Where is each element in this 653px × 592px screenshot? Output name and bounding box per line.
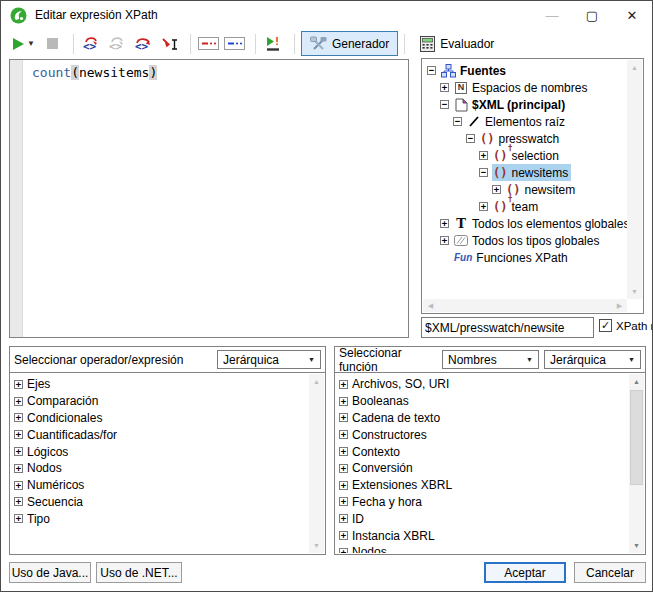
list-item-comparaci-n[interactable]: +Comparación — [11, 393, 309, 410]
tree-horizontal-scrollbar[interactable]: ◀ ▶ — [423, 299, 627, 312]
list-item-cuantificadas-for[interactable]: +Cuantificadas/for — [11, 426, 309, 443]
expand-icon[interactable]: + — [339, 497, 348, 506]
expand-icon[interactable]: + — [339, 481, 348, 490]
tree-item-todos-los-tipos-globales[interactable]: +Todos los tipos globales — [423, 232, 627, 249]
function-list-scrollbar[interactable]: ▲ ▼ — [629, 374, 644, 553]
expand-icon[interactable]: + — [339, 447, 348, 456]
expand-icon[interactable]: + — [14, 380, 23, 389]
scroll-right-icon[interactable]: ▶ — [612, 299, 627, 312]
scroll-up-icon[interactable]: ▲ — [629, 374, 644, 389]
tree-item-espacios-de-nombres[interactable]: +NEspacios de nombres — [423, 79, 627, 96]
tree-item-presswatch[interactable]: −()presswatch — [423, 130, 627, 147]
xpath-context-input[interactable] — [421, 317, 594, 338]
expand-icon[interactable]: + — [14, 514, 23, 523]
stop-button[interactable] — [41, 32, 65, 56]
expand-icon[interactable]: + — [479, 151, 488, 160]
tree-item-todos-los-elementos-globales[interactable]: +TTodos los elementos globales — [423, 215, 627, 232]
collapse-icon[interactable]: − — [453, 117, 462, 126]
expand-icon[interactable]: + — [492, 185, 501, 194]
list-item-constructores[interactable]: +Constructores — [336, 426, 629, 443]
list-item-extensiones-xbrl[interactable]: +Extensiones XBRL — [336, 477, 629, 494]
expand-icon[interactable]: + — [339, 548, 348, 553]
tree-item-elementos-ra-z[interactable]: −Elementos raíz — [423, 113, 627, 130]
list-item-archivos-so-uri[interactable]: +Archivos, SO, URI — [336, 376, 629, 393]
collapse-icon[interactable]: − — [427, 66, 436, 75]
expand-icon[interactable]: + — [14, 447, 23, 456]
scroll-down-icon[interactable]: ▼ — [627, 284, 642, 299]
list-item-num-ricos[interactable]: +Numéricos — [11, 477, 309, 494]
collapse-icon[interactable]: − — [479, 168, 488, 177]
step-out-button[interactable]: <> — [132, 32, 156, 56]
scroll-down-icon[interactable]: ▼ — [309, 538, 324, 553]
expand-icon[interactable]: + — [14, 430, 23, 439]
close-button[interactable]: ✕ — [612, 1, 652, 29]
expand-icon[interactable]: + — [339, 531, 348, 540]
scroll-up-icon[interactable]: ▲ — [627, 60, 642, 75]
cancel-button[interactable]: Cancelar — [574, 562, 646, 583]
list-item-id[interactable]: +ID — [336, 510, 629, 527]
list-item-cadena-de-texto[interactable]: +Cadena de texto — [336, 410, 629, 427]
list-item-contexto[interactable]: +Contexto — [336, 443, 629, 460]
xpath-expression-editor[interactable]: count(newsitems) — [9, 59, 409, 338]
scroll-left-icon[interactable]: ◀ — [423, 299, 438, 312]
scroll-up-icon[interactable]: ▲ — [309, 374, 324, 389]
operator-list-scrollbar[interactable]: ▲ ▼ — [309, 374, 324, 553]
expand-icon[interactable]: + — [14, 497, 23, 506]
tree-item-newsitems[interactable]: −()newsitems — [423, 164, 627, 181]
list-item-nodos[interactable]: +Nodos — [11, 460, 309, 477]
title-bar[interactable]: Editar expresión XPath — ▢ ✕ — [1, 1, 652, 29]
expand-icon[interactable]: + — [440, 83, 449, 92]
expand-icon[interactable]: + — [339, 514, 348, 523]
operator-hierarchy-dropdown[interactable]: Jerárquica ▼ — [217, 350, 321, 369]
expand-icon[interactable]: + — [339, 397, 348, 406]
evaluador-toggle[interactable]: Evaluador — [411, 31, 503, 56]
scrollbar-thumb[interactable] — [630, 390, 643, 485]
dotnet-usage-button[interactable]: Uso de .NET... — [96, 562, 182, 583]
function-hierarchy-dropdown[interactable]: Jerárquica ▼ — [544, 350, 641, 369]
expand-icon[interactable]: + — [479, 202, 488, 211]
list-item-tipo[interactable]: +Tipo — [11, 510, 309, 527]
tree-item-team[interactable]: +()†team — [423, 198, 627, 215]
tree-item-funciones-xpath[interactable]: FunFunciones XPath — [423, 249, 627, 266]
function-names-dropdown[interactable]: Nombres ▼ — [442, 350, 539, 369]
expand-icon[interactable]: + — [440, 236, 449, 245]
expand-icon[interactable]: + — [14, 397, 23, 406]
list-item-fecha-y-hora[interactable]: +Fecha y hora — [336, 494, 629, 511]
list-item-instancia-xbrl[interactable]: +Instancia XBRL — [336, 527, 629, 544]
start-debugging-button[interactable]: !! — [262, 32, 286, 56]
list-item-ejes[interactable]: +Ejes — [11, 376, 309, 393]
expand-icon[interactable]: + — [14, 481, 23, 490]
expand-icon[interactable]: + — [339, 413, 348, 422]
expand-icon[interactable]: + — [339, 430, 348, 439]
list-item-booleanas[interactable]: +Booleanas — [336, 393, 629, 410]
expand-icon[interactable]: + — [14, 413, 23, 422]
list-item-condicionales[interactable]: +Condicionales — [11, 410, 309, 427]
accept-button[interactable]: Aceptar — [484, 562, 566, 583]
tree-item-selection[interactable]: +()†selection — [423, 147, 627, 164]
tree-item-fuentes[interactable]: −Fuentes — [423, 62, 627, 79]
expand-icon[interactable]: + — [440, 219, 449, 228]
minimize-button[interactable]: — — [532, 1, 572, 29]
run-to-cursor-button[interactable] — [158, 32, 182, 56]
tree-vertical-scrollbar[interactable]: ▲ ▼ — [627, 60, 642, 299]
java-usage-button[interactable]: Uso de Java... — [9, 562, 91, 583]
insert-tracepoint-button[interactable] — [223, 32, 247, 56]
list-item-conversi-n[interactable]: +Conversión — [336, 460, 629, 477]
relative-xpath-option[interactable]: ✓ XPath relativa — [599, 319, 653, 332]
list-item-l-gicos[interactable]: +Lógicos — [11, 443, 309, 460]
list-item-nodos[interactable]: +Nodos — [336, 544, 629, 553]
generador-toggle[interactable]: Generador — [301, 31, 398, 56]
maximize-button[interactable]: ▢ — [572, 1, 612, 29]
step-over-button[interactable]: <> — [106, 32, 130, 56]
expand-icon[interactable]: + — [339, 464, 348, 473]
expand-icon[interactable]: + — [339, 380, 348, 389]
tree-item-newsitem[interactable]: +()newsitem — [423, 181, 627, 198]
step-into-button[interactable]: <> — [80, 32, 104, 56]
tree-item-xml-principal[interactable]: −$XML (principal) — [423, 96, 627, 113]
scroll-down-icon[interactable]: ▼ — [629, 538, 644, 553]
run-button[interactable]: ▼ — [13, 32, 39, 56]
collapse-icon[interactable]: − — [466, 134, 475, 143]
expand-icon[interactable]: + — [14, 464, 23, 473]
list-item-secuencia[interactable]: +Secuencia — [11, 494, 309, 511]
collapse-icon[interactable]: − — [440, 100, 449, 109]
